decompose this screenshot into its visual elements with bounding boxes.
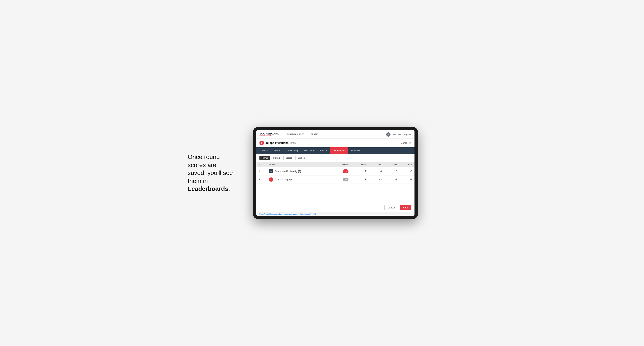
tournament-name: Clippd Invitational [266,141,289,145]
left-description: Once round scores are saved, you'll see … [188,153,242,193]
tournament-header: C Clippd Invitational (Men) Cancel ✕ [256,139,414,147]
close-icon: ✕ [409,141,412,145]
top-navigation: SCOREBOARD Powered by clippd TOURNAMENTS… [256,130,414,139]
nav-tournaments[interactable]: TOURNAMENTS [284,130,308,139]
table-header-row: # TEAM TOTAL THRU RD1 RD2 RD3 [256,162,414,167]
thru-2: F [351,175,369,184]
brand-name: clippd [268,135,272,136]
page-layout: Once round scores are saved, you'll see … [188,127,456,219]
table-row: 2 C Clippd College [A] +3 F +8 -8 [256,175,414,184]
rd3-1: -6 [399,167,414,175]
team-info-1: SB Scoreboard University [A] [269,169,329,173]
tab-teams[interactable]: Teams [271,147,283,154]
nav-links: TOURNAMENTS TEAMS [284,130,386,139]
rd2-2: -8 [384,175,399,184]
score-badge-1: -5 [343,169,348,173]
desc-line2: scores are [188,162,216,169]
team-logo-2: C [269,177,273,182]
footer-bar: Cancel Save [256,203,414,212]
filter-players[interactable]: Players [271,156,282,160]
desc-line1: Once round [188,154,220,160]
filter-bar: Teams Players Scores Strokes [256,154,414,162]
col-team: TEAM [267,162,331,167]
tab-course-setup[interactable]: Course Setup [283,147,301,154]
col-rd2: RD2 [384,162,399,167]
url-bar: https://stage-blue-coach.stagescoreboard… [256,212,414,216]
user-avatar: S [386,132,390,137]
desc-line3: saved, you'll see [188,169,233,176]
score-badge-2: +3 [343,177,348,181]
rd2-1: +5 [384,167,399,175]
filter-scores[interactable]: Scores [284,156,294,160]
team-logo-1: SB [269,169,273,173]
tab-tee-groups[interactable]: Tee Groups [301,147,318,154]
team-name-1: Scoreboard University [A] [275,170,301,173]
team-cell-2: C Clippd College [A] [267,175,331,184]
empty-space [256,184,414,203]
col-rank: # [256,162,267,167]
thru-1: F [351,167,369,175]
nav-teams[interactable]: TEAMS [308,130,322,139]
tournament-gender: (Men) [290,142,296,144]
tab-leaderboards[interactable]: Leaderboards [330,147,348,154]
team-name-2: Clippd College [A] [275,178,293,181]
save-button[interactable]: Save [400,205,412,210]
nav-right: S Test User | Sign out [386,132,412,137]
table-row: 1 SB Scoreboard University [A] -5 F -4 [256,167,414,175]
col-rd3: RD3 [399,162,414,167]
desc-period: . [228,185,230,192]
col-thru: THRU [351,162,369,167]
tab-printables[interactable]: Printables [348,147,363,154]
leaderboard-table: # TEAM TOTAL THRU RD1 RD2 RD3 1 [256,162,414,184]
sign-out-link[interactable]: Sign out [404,133,412,136]
filter-strokes[interactable]: Strokes [295,156,307,160]
brand-subtitle: Powered by clippd [260,135,280,136]
user-name: Test User | [392,133,402,136]
rd3-2: +3 [399,175,414,184]
tournament-icon: C [260,141,264,145]
tablet-screen: SCOREBOARD Powered by clippd TOURNAMENTS… [256,130,414,216]
team-info-2: C Clippd College [A] [269,177,329,182]
rd1-1: -4 [369,167,384,175]
brand-logo: SCOREBOARD Powered by clippd [260,132,280,136]
desc-line4: them in [188,177,208,184]
total-2: +3 [331,175,351,184]
rank-1: 1 [256,167,267,175]
brand-sub-prefix: Powered by [260,135,268,136]
team-cell-1: SB Scoreboard University [A] [267,167,331,175]
tab-results[interactable]: Results [318,147,330,154]
col-rd1: RD1 [369,162,384,167]
cancel-label: Cancel [401,142,408,144]
col-total: TOTAL [331,162,351,167]
tablet-device: SCOREBOARD Powered by clippd TOURNAMENTS… [253,127,418,219]
cancel-header-button[interactable]: Cancel ✕ [401,141,412,145]
tab-details[interactable]: Details [260,147,271,154]
cancel-button[interactable]: Cancel [384,205,398,210]
total-1: -5 [331,167,351,175]
desc-bold: Leaderboards [188,185,228,192]
rd1-2: +8 [369,175,384,184]
rank-2: 2 [256,175,267,184]
sub-navigation: Details Teams Course Setup Tee Groups Re… [256,147,414,154]
filter-teams[interactable]: Teams [260,156,270,160]
